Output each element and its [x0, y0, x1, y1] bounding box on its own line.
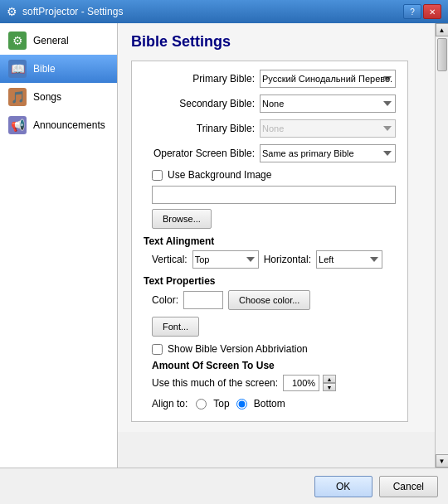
- settings-panel: Primary Bible: Русский Синодальний Перев…: [131, 61, 408, 422]
- trinary-bible-label: Trinary Bible:: [144, 123, 260, 134]
- secondary-bible-row: Secondary Bible: None: [144, 94, 396, 113]
- spinner-row: ▲ ▼: [283, 375, 336, 391]
- sidebar-label-bible: Bible: [33, 63, 56, 75]
- cancel-button[interactable]: Cancel: [379, 476, 438, 497]
- text-alignment-title: Text Alingment: [144, 235, 396, 247]
- trinary-bible-row: Trinary Bible: None: [144, 119, 396, 138]
- secondary-bible-label: Secondary Bible:: [144, 98, 260, 109]
- align-bottom-radio[interactable]: [236, 399, 247, 410]
- bottom-bar: OK Cancel: [0, 468, 448, 504]
- sidebar-item-songs[interactable]: 🎵 Songs: [0, 83, 117, 111]
- scroll-up-button[interactable]: ▲: [436, 23, 449, 36]
- vertical-label: Vertical:: [152, 254, 187, 265]
- secondary-bible-select[interactable]: None: [260, 94, 396, 113]
- sidebar-label-announcements: Announcements: [33, 119, 105, 131]
- page-title: Bible Settings: [131, 33, 421, 51]
- spinner-down-button[interactable]: ▼: [323, 383, 336, 391]
- close-button[interactable]: ✕: [423, 4, 441, 19]
- align-bottom-label: Bottom: [254, 398, 285, 410]
- sidebar-item-bible[interactable]: 📖 Bible: [0, 55, 117, 83]
- align-to-label: Align to:: [152, 398, 187, 410]
- choose-color-button[interactable]: Choose color...: [228, 290, 310, 310]
- browse-button-row: Browse...: [152, 209, 396, 229]
- operator-screen-bible-select[interactable]: Same as primary Bible: [260, 144, 396, 162]
- content-area: Bible Settings Primary Bible: Русский Си…: [118, 23, 435, 432]
- horizontal-label: Horizontal:: [264, 254, 311, 265]
- scroll-container: Bible Settings Primary Bible: Русский Си…: [118, 23, 448, 468]
- general-icon: ⚙: [8, 32, 27, 50]
- trinary-bible-select[interactable]: None: [260, 119, 396, 138]
- vertical-select[interactable]: Top: [192, 250, 259, 269]
- show-bible-version-checkbox[interactable]: [152, 344, 163, 355]
- use-background-image-row: Use Background Image: [152, 169, 396, 181]
- font-button-row: Font...: [152, 317, 396, 337]
- color-label: Color:: [152, 294, 178, 306]
- color-swatch[interactable]: [183, 291, 223, 309]
- align-top-radio[interactable]: [196, 399, 207, 410]
- main-container: ⚙ General 📖 Bible 🎵 Songs 📢 Announcement…: [0, 23, 448, 468]
- sidebar-item-announcements[interactable]: 📢 Announcements: [0, 111, 117, 139]
- use-much-label: Use this much of the screen:: [152, 377, 278, 389]
- bible-icon: 📖: [8, 60, 27, 78]
- announcements-icon: 📢: [8, 116, 27, 134]
- spinner-up-button[interactable]: ▲: [323, 375, 336, 383]
- show-bible-version-row: Show Bible Version Abbriviation: [152, 343, 396, 355]
- content-scroll: Bible Settings Primary Bible: Русский Си…: [118, 23, 435, 468]
- text-properties-title: Text Properties: [144, 275, 396, 287]
- primary-bible-label: Primary Bible:: [144, 73, 260, 85]
- align-top-label: Top: [213, 398, 229, 410]
- scrollbar: ▲ ▼: [435, 23, 448, 468]
- spinner-controls: ▲ ▼: [323, 375, 336, 391]
- sidebar-label-general: General: [33, 35, 69, 46]
- percent-input[interactable]: [283, 375, 319, 391]
- screen-percent-row: Use this much of the screen: ▲ ▼: [152, 375, 396, 391]
- songs-icon: 🎵: [8, 88, 27, 106]
- text-alignment-row: Vertical: Top Horizontal: Left: [152, 250, 396, 269]
- screen-usage-title: Amount Of Screen To Use: [152, 360, 396, 371]
- align-to-row: Align to: Top Bottom: [152, 398, 396, 410]
- operator-screen-bible-label: Operator Screen Bible:: [144, 148, 260, 159]
- horizontal-select[interactable]: Left: [316, 250, 382, 269]
- app-icon: ⚙: [7, 5, 17, 18]
- primary-bible-select[interactable]: Русский Синодальний Перево.: [260, 70, 396, 88]
- use-background-image-checkbox[interactable]: [152, 170, 163, 181]
- sidebar-item-general[interactable]: ⚙ General: [0, 27, 117, 55]
- primary-bible-row: Primary Bible: Русский Синодальний Перев…: [144, 70, 396, 88]
- file-path-row: [152, 186, 396, 204]
- ok-button[interactable]: OK: [314, 476, 373, 497]
- sidebar-label-songs: Songs: [33, 91, 61, 103]
- browse-button[interactable]: Browse...: [152, 209, 212, 229]
- show-bible-version-label: Show Bible Version Abbriviation: [168, 343, 308, 355]
- scroll-down-button[interactable]: ▼: [436, 454, 449, 468]
- sidebar: ⚙ General 📖 Bible 🎵 Songs 📢 Announcement…: [0, 23, 118, 468]
- use-background-image-label: Use Background Image: [168, 169, 271, 181]
- scroll-thumb[interactable]: [437, 38, 447, 71]
- file-path-input[interactable]: [152, 186, 396, 204]
- font-button[interactable]: Font...: [152, 317, 199, 337]
- title-bar-text: softProjector - Settings: [22, 6, 398, 17]
- title-bar: ⚙ softProjector - Settings ? ✕: [0, 0, 448, 23]
- operator-screen-bible-row: Operator Screen Bible: Same as primary B…: [144, 144, 396, 162]
- color-row: Color: Choose color...: [152, 290, 396, 310]
- title-bar-controls: ? ✕: [403, 4, 441, 19]
- help-button[interactable]: ?: [403, 4, 421, 19]
